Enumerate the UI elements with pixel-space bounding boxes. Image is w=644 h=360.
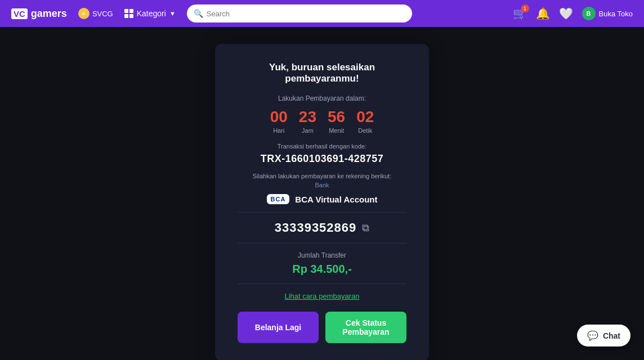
countdown-label: Lakukan Pembayaran dalam: bbox=[238, 94, 406, 102]
chevron-down-icon: ▼ bbox=[169, 10, 176, 17]
transfer-label: Jumlah Transfer bbox=[238, 251, 406, 259]
search-icon: 🔍 bbox=[194, 9, 203, 18]
hari-label: Hari bbox=[273, 127, 284, 134]
logo: VC gamers bbox=[11, 8, 67, 20]
chat-button[interactable]: 💬 Chat bbox=[577, 325, 630, 346]
notification-button[interactable]: 🔔 bbox=[536, 7, 550, 20]
logo-gamers: gamers bbox=[31, 8, 67, 20]
payment-dest-label: Silahkan lakukan pembayaran ke rekening … bbox=[238, 173, 406, 179]
countdown-minutes: 23 bbox=[299, 109, 316, 125]
trx-label: Transaksi berhasil dengan kode: bbox=[238, 143, 406, 150]
grid-icon bbox=[124, 9, 133, 18]
lihat-cara-link[interactable]: Lihat cara pembayaran bbox=[238, 292, 406, 300]
chat-label: Chat bbox=[603, 331, 620, 340]
jam-label: Jam bbox=[302, 127, 314, 134]
countdown-centiseconds: 02 bbox=[356, 109, 374, 125]
svcg-label: SVCG bbox=[92, 10, 113, 18]
wishlist-button[interactable]: 🤍 bbox=[559, 7, 573, 20]
search-input[interactable] bbox=[207, 10, 405, 18]
svcg-icon: ☀ bbox=[78, 8, 90, 19]
detik-label: Detik bbox=[358, 127, 372, 134]
countdown-container: 00 Hari 23 Jam 56 Menit 02 Detik bbox=[238, 109, 406, 134]
kategori-label: Kategori bbox=[137, 9, 166, 18]
account-number-row: 33339352869 ⧉ bbox=[238, 220, 406, 235]
transfer-amount: Rp 34.500,- bbox=[238, 263, 406, 276]
payment-card: Yuk, buruan selesaikan pembayaranmu! Lak… bbox=[215, 44, 429, 360]
countdown-menit: 56 Menit bbox=[328, 109, 345, 134]
bca-logo: BCA bbox=[267, 194, 290, 204]
header: VC gamers ☀ SVCG Kategori ▼ 🔍 🛒 1 🔔 🤍 B … bbox=[0, 0, 644, 27]
bank-label: Bank bbox=[238, 182, 406, 188]
cart-button[interactable]: 🛒 1 bbox=[513, 7, 527, 20]
divider-2 bbox=[238, 243, 406, 244]
countdown-hari: 00 Hari bbox=[270, 109, 288, 134]
bank-name: BCA Virtual Account bbox=[295, 195, 377, 204]
menit-label: Menit bbox=[329, 127, 344, 134]
card-title: Yuk, buruan selesaikan pembayaranmu! bbox=[238, 62, 406, 84]
svcg-badge[interactable]: ☀ SVCG bbox=[78, 8, 113, 19]
chat-icon: 💬 bbox=[587, 330, 598, 341]
divider-3 bbox=[238, 284, 406, 284]
belanja-lagi-button[interactable]: Belanja Lagi bbox=[238, 312, 319, 343]
search-bar[interactable]: 🔍 bbox=[187, 4, 412, 22]
countdown-hours: 00 bbox=[270, 109, 288, 125]
cart-badge: 1 bbox=[521, 4, 529, 12]
divider-1 bbox=[238, 212, 406, 213]
bca-logo-text: BCA bbox=[271, 196, 286, 202]
cek-status-button[interactable]: Cek Status Pembayaran bbox=[325, 312, 406, 343]
main-content: Yuk, buruan selesaikan pembayaranmu! Lak… bbox=[0, 27, 644, 360]
countdown-seconds: 56 bbox=[328, 109, 345, 125]
countdown-jam: 23 Jam bbox=[299, 109, 316, 134]
button-row: Belanja Lagi Cek Status Pembayaran bbox=[238, 312, 406, 343]
logo-vc: VC bbox=[11, 8, 28, 19]
bank-row: BCA BCA Virtual Account bbox=[238, 194, 406, 204]
account-number: 33339352869 bbox=[275, 220, 357, 235]
header-right: 🛒 1 🔔 🤍 B Buka Toko bbox=[513, 7, 633, 20]
countdown-detik: 02 Detik bbox=[356, 109, 374, 134]
avatar: B bbox=[582, 7, 596, 20]
trx-code: TRX-1660103691-428757 bbox=[238, 153, 406, 165]
kategori-button[interactable]: Kategori ▼ bbox=[124, 9, 176, 18]
copy-icon[interactable]: ⧉ bbox=[362, 222, 369, 234]
buka-toko-button[interactable]: B Buka Toko bbox=[582, 7, 633, 20]
buka-toko-label: Buka Toko bbox=[599, 10, 633, 18]
